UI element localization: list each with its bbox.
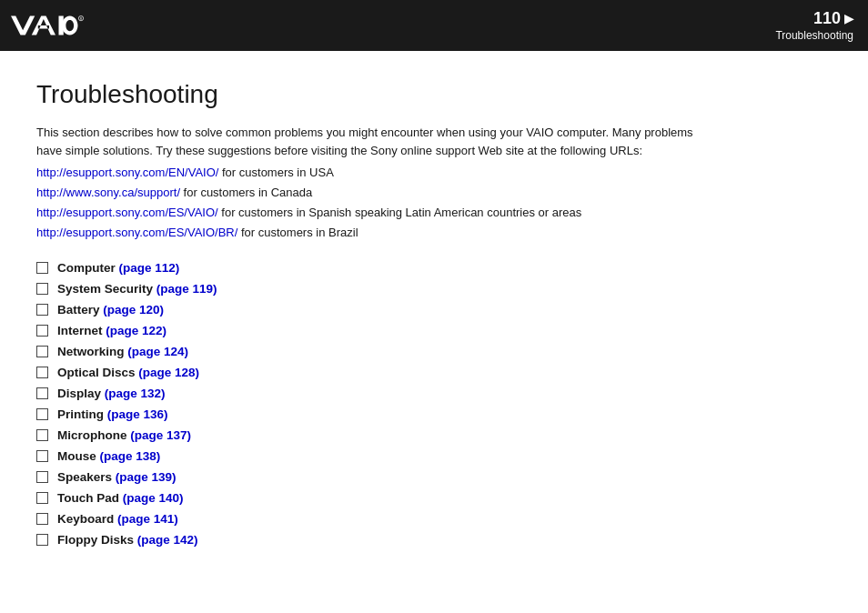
toc-item: Internet (page 122) — [36, 324, 832, 337]
toc-item-page-link[interactable]: (page 132) — [105, 387, 166, 400]
toc-item-page-link[interactable]: (page 137) — [130, 428, 191, 442]
toc-item-label: Battery (page 120) — [57, 303, 164, 317]
toc-item-label: Optical Discs (page 128) — [57, 366, 199, 379]
toc-item-page-link[interactable]: (page 122) — [106, 324, 167, 337]
header-arrow-icon: ▶ — [844, 12, 853, 26]
checkbox-icon — [36, 429, 48, 441]
toc-item-label: Keyboard (page 141) — [57, 512, 178, 526]
toc-item-page-link[interactable]: (page 128) — [138, 366, 199, 379]
checkbox-icon — [36, 492, 48, 504]
header-section-name: Troubleshooting — [775, 29, 853, 42]
link-es-vaio[interactable]: http://esupport.sony.com/ES/VAIO/ — [36, 206, 218, 219]
link-suffix-1: for customers in USA — [218, 166, 333, 179]
toc-item: Mouse (page 138) — [36, 449, 832, 463]
toc-item: Microphone (page 137) — [36, 428, 832, 442]
page-title: Troubleshooting — [36, 80, 832, 109]
toc-item: Keyboard (page 141) — [36, 512, 832, 526]
toc-item-label: Computer (page 112) — [57, 261, 179, 275]
toc-item-label: Internet (page 122) — [57, 324, 167, 337]
toc-item: System Security (page 119) — [36, 282, 832, 296]
toc-item-label: Mouse (page 138) — [57, 449, 160, 463]
link-ca-support[interactable]: http://www.sony.ca/support/ — [36, 186, 180, 199]
toc-list: Computer (page 112)System Security (page… — [36, 261, 832, 547]
link-suffix-4: for customers in Brazil — [237, 226, 358, 239]
checkbox-icon — [36, 387, 48, 399]
checkbox-icon — [36, 346, 48, 357]
toc-item-page-link[interactable]: (page 140) — [123, 491, 184, 505]
toc-item-label: Display (page 132) — [57, 387, 166, 400]
toc-item: Computer (page 112) — [36, 261, 832, 275]
intro-paragraph: This section describes how to solve comm… — [36, 124, 832, 159]
toc-item: Touch Pad (page 140) — [36, 491, 832, 505]
checkbox-icon — [36, 471, 48, 483]
toc-item-label: Speakers (page 139) — [57, 470, 177, 484]
toc-item-label: System Security (page 119) — [57, 282, 217, 296]
vaio-logo-container: R — [11, 13, 106, 38]
toc-item-page-link[interactable]: (page 138) — [100, 449, 161, 463]
toc-item-label: Floppy Disks (page 142) — [57, 533, 198, 547]
link-en-vaio[interactable]: http://esupport.sony.com/EN/VAIO/ — [36, 166, 218, 179]
vaio-logo-svg: R — [11, 13, 106, 38]
toc-item-page-link[interactable]: (page 142) — [137, 533, 198, 547]
main-content: Troubleshooting This section describes h… — [0, 51, 868, 576]
header: R 110 ▶ Troubleshooting — [0, 0, 868, 51]
link-line-1: http://esupport.sony.com/EN/VAIO/ for cu… — [36, 163, 832, 183]
toc-item: Floppy Disks (page 142) — [36, 533, 832, 547]
header-page-number: 110 ▶ — [775, 9, 853, 29]
header-page-info: 110 ▶ Troubleshooting — [775, 9, 853, 42]
toc-item-page-link[interactable]: (page 112) — [119, 261, 180, 275]
toc-item: Speakers (page 139) — [36, 470, 832, 484]
toc-item-label: Printing (page 136) — [57, 407, 168, 421]
toc-item-page-link[interactable]: (page 119) — [156, 282, 217, 296]
toc-item-label: Touch Pad (page 140) — [57, 491, 184, 505]
toc-item: Battery (page 120) — [36, 303, 832, 317]
link-line-3: http://esupport.sony.com/ES/VAIO/ for cu… — [36, 203, 832, 223]
link-line-4: http://esupport.sony.com/ES/VAIO/BR/ for… — [36, 223, 832, 243]
toc-item: Optical Discs (page 128) — [36, 366, 832, 379]
link-line-2: http://www.sony.ca/support/ for customer… — [36, 183, 832, 203]
link-suffix-3: for customers in Spanish speaking Latin … — [218, 206, 582, 219]
toc-item-page-link[interactable]: (page 136) — [107, 407, 168, 421]
link-suffix-2: for customers in Canada — [180, 186, 312, 199]
link-es-vaio-br[interactable]: http://esupport.sony.com/ES/VAIO/BR/ — [36, 226, 237, 239]
header-page-num-text: 110 — [813, 9, 841, 29]
toc-item: Display (page 132) — [36, 387, 832, 400]
checkbox-icon — [36, 283, 48, 295]
toc-item-page-link[interactable]: (page 139) — [116, 470, 177, 484]
toc-item: Networking (page 124) — [36, 345, 832, 358]
checkbox-icon — [36, 534, 48, 546]
toc-item: Printing (page 136) — [36, 407, 832, 421]
toc-item-page-link[interactable]: (page 141) — [117, 512, 178, 526]
checkbox-icon — [36, 450, 48, 462]
toc-item-label: Microphone (page 137) — [57, 428, 191, 442]
checkbox-icon — [36, 513, 48, 525]
checkbox-icon — [36, 304, 48, 316]
checkbox-icon — [36, 262, 48, 274]
checkbox-icon — [36, 408, 48, 420]
intro-line1: This section describes how to solve comm… — [36, 126, 693, 139]
intro-line2: have simple solutions. Try these suggest… — [36, 144, 642, 157]
toc-item-page-link[interactable]: (page 124) — [127, 345, 188, 358]
toc-item-label: Networking (page 124) — [57, 345, 188, 358]
support-links: http://esupport.sony.com/EN/VAIO/ for cu… — [36, 163, 832, 243]
checkbox-icon — [36, 325, 48, 337]
toc-item-page-link[interactable]: (page 120) — [103, 303, 164, 317]
checkbox-icon — [36, 367, 48, 378]
